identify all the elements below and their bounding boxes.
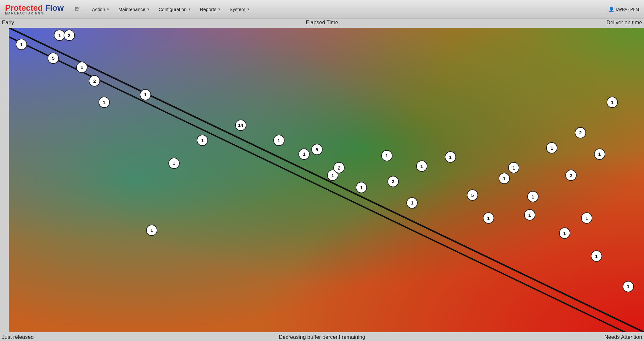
bubble-37[interactable]: 1 (146, 225, 157, 236)
copy-icon[interactable]: ⧉ (75, 6, 79, 13)
bubble-17[interactable]: 2 (387, 176, 399, 187)
bubble-0[interactable]: 1 (16, 39, 27, 50)
label-decreasing: Decreasing buffer percent remaining (279, 334, 365, 340)
bubble-34[interactable]: 1 (607, 97, 618, 108)
bubble-20[interactable]: 1 (445, 151, 456, 163)
bubble-27[interactable]: 1 (546, 142, 557, 154)
user-icon: 👤 (608, 7, 614, 12)
maintenance-arrow: ▼ (147, 8, 150, 11)
nav-configuration[interactable]: Configuration ▼ (155, 5, 195, 14)
bubble-18[interactable]: 1 (406, 197, 418, 209)
bubble-4[interactable]: 1 (76, 62, 88, 73)
reports-arrow: ▼ (217, 8, 221, 11)
bubble-30[interactable]: 2 (575, 127, 586, 138)
bubble-24[interactable]: 1 (508, 162, 519, 173)
chart-wrapper: Early Elapsed Time Deliver on time Just … (0, 19, 644, 341)
logo-sub: MANUFACTURING® (5, 12, 64, 15)
label-elapsed: Elapsed Time (306, 20, 338, 26)
bubble-35[interactable]: 1 (623, 281, 634, 292)
nav-reports[interactable]: Reports ▼ (196, 5, 224, 14)
label-deliver: Deliver on time (607, 20, 642, 26)
bubble-10[interactable]: 1 (273, 135, 285, 146)
bubble-32[interactable]: 1 (591, 250, 602, 262)
bubble-5[interactable]: 2 (89, 75, 100, 87)
bubble-3[interactable]: 5 (48, 53, 59, 64)
logo-flow: Flow (43, 3, 64, 13)
bubble-22[interactable]: 1 (483, 212, 494, 224)
bubble-9[interactable]: 14 (235, 120, 246, 131)
header: Protected Flow MANUFACTURING® ⧉ Action ▼… (0, 0, 644, 19)
system-arrow: ▼ (246, 8, 250, 11)
bubble-6[interactable]: 1 (99, 97, 110, 108)
bubble-15[interactable]: 1 (356, 182, 367, 193)
bubble-28[interactable]: 1 (559, 227, 570, 239)
logo: Protected Flow MANUFACTURING® (5, 4, 64, 15)
bubble-14[interactable]: 2 (333, 162, 345, 173)
bubble-21[interactable]: 5 (467, 189, 478, 201)
bubble-2[interactable]: 2 (64, 30, 75, 41)
main-chart: 112512111141151211211151111111221111111 (9, 28, 644, 332)
label-just-released: Just released (2, 334, 34, 340)
logo-protected: Protected (5, 3, 43, 13)
nav-menu: Action ▼ Maintenance ▼ Configuration ▼ R… (88, 5, 602, 14)
bubble-19[interactable]: 1 (416, 160, 427, 172)
bubble-16[interactable]: 1 (381, 150, 393, 161)
bubble-31[interactable]: 1 (581, 212, 592, 224)
bubble-7[interactable]: 1 (140, 89, 151, 100)
user-label: LWPA · PFM (616, 7, 639, 12)
nav-action[interactable]: Action ▼ (88, 5, 113, 14)
user-info: 👤 LWPA · PFM (608, 7, 639, 12)
bubble-25[interactable]: 1 (524, 209, 535, 221)
nav-system[interactable]: System ▼ (226, 5, 253, 14)
bubble-23[interactable]: 1 (499, 173, 510, 184)
nav-maintenance[interactable]: Maintenance ▼ (115, 5, 154, 14)
label-needs: Needs Attention (604, 334, 642, 340)
action-arrow: ▼ (106, 8, 110, 11)
bubble-12[interactable]: 5 (311, 144, 323, 155)
bubble-29[interactable]: 2 (565, 170, 577, 181)
configuration-arrow: ▼ (188, 8, 191, 11)
label-early: Early (2, 20, 14, 26)
bubble-33[interactable]: 1 (594, 148, 605, 160)
bubble-8[interactable]: 1 (197, 135, 208, 146)
bubble-11[interactable]: 1 (298, 148, 310, 160)
bubble-36[interactable]: 1 (168, 158, 180, 169)
bubble-26[interactable]: 1 (527, 191, 539, 202)
